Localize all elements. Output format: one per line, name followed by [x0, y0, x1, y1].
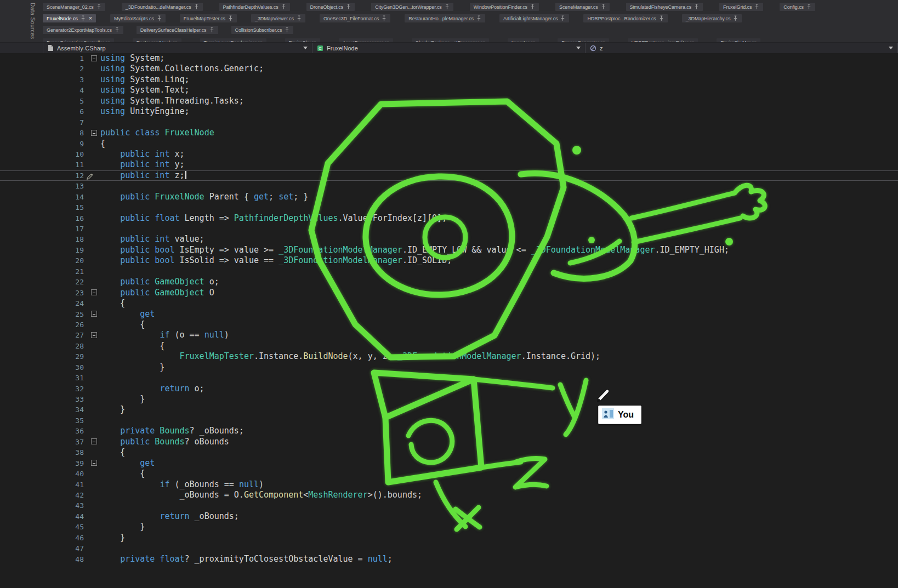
- pin-icon[interactable]: [445, 4, 450, 10]
- code-line-24[interactable]: 24 {: [0, 298, 898, 309]
- code-line-43[interactable]: 43: [0, 500, 898, 511]
- code-line-2[interactable]: 2using System.Collections.Generic;: [0, 64, 898, 74]
- code-line-21[interactable]: 21: [0, 266, 898, 277]
- tab[interactable]: SceneManager.cs: [555, 3, 610, 11]
- pin-icon[interactable]: [806, 4, 811, 10]
- code-line-41[interactable]: 41 if (_oBounds == null): [0, 479, 898, 490]
- tab[interactable]: DroneObject.cs: [306, 3, 355, 11]
- code-line-12[interactable]: 12 public int z;: [0, 170, 898, 181]
- code-line-44[interactable]: 44 return _oBounds;: [0, 511, 898, 522]
- pin-icon[interactable]: [281, 4, 286, 10]
- tab[interactable]: OneSec3D_FileFormat.cs: [320, 14, 390, 22]
- code-line-13[interactable]: 13: [0, 181, 898, 191]
- code-line-34[interactable]: 34 }: [0, 404, 898, 415]
- code-line-22[interactable]: 22 public GameObject o;: [0, 277, 898, 287]
- code-line-7[interactable]: 7: [0, 117, 898, 128]
- pin-icon[interactable]: [96, 4, 101, 10]
- fold-collapse-icon[interactable]: [84, 288, 100, 298]
- code-line-46[interactable]: 46 }: [0, 533, 898, 543]
- tab[interactable]: FruxelMapTester.cs: [180, 14, 237, 22]
- pin-icon[interactable]: [560, 15, 565, 21]
- pin-icon[interactable]: [209, 27, 214, 33]
- code-line-3[interactable]: 3using System.Linq;: [0, 75, 898, 85]
- pin-icon[interactable]: [754, 4, 759, 10]
- pin-icon[interactable]: [601, 4, 606, 10]
- code-line-23[interactable]: 23 public GameObject O: [0, 288, 898, 298]
- code-line-29[interactable]: 29 FruxelMapTester.Instance.BuildNode(x,…: [0, 351, 898, 362]
- code-line-40[interactable]: 40 {: [0, 469, 898, 479]
- code-line-9[interactable]: 9{: [0, 139, 898, 149]
- code-line-38[interactable]: 38 {: [0, 447, 898, 458]
- tab[interactable]: CityGen3DGen...torWrapper.cs: [371, 3, 453, 11]
- code-line-19[interactable]: 19 public bool IsEmpty => value >= _3DFo…: [0, 245, 898, 255]
- code-line-11[interactable]: 11 public int y;: [0, 159, 898, 170]
- code-editor[interactable]: 1using System;2using System.Collections.…: [0, 53, 898, 588]
- pin-icon[interactable]: [157, 15, 162, 21]
- tab[interactable]: _3DFoundatio...delManager.cs: [122, 3, 203, 11]
- fold-collapse-icon[interactable]: [84, 458, 100, 469]
- code-line-31[interactable]: 31: [0, 373, 898, 383]
- tab[interactable]: FruxelNode.cs×: [43, 14, 96, 22]
- pin-icon[interactable]: [346, 4, 351, 10]
- code-line-1[interactable]: 1using System;: [0, 53, 898, 64]
- pin-icon[interactable]: [530, 4, 535, 10]
- code-line-5[interactable]: 5using System.Threading.Tasks;: [0, 96, 898, 106]
- pin-icon[interactable]: [382, 15, 387, 21]
- tab[interactable]: Generator2ExportMapTools.cs: [43, 26, 123, 34]
- pin-icon[interactable]: [228, 15, 233, 21]
- code-line-20[interactable]: 20 public bool IsSolid => value == _3DFo…: [0, 255, 898, 266]
- pin-icon[interactable]: [285, 27, 289, 33]
- tab[interactable]: FruxelGrid.cs: [719, 3, 763, 11]
- tab[interactable]: _3DMapHierarchy.cs: [682, 14, 742, 22]
- code-line-14[interactable]: 14 public FruxelNode Parent { get; set; …: [0, 192, 898, 202]
- code-line-32[interactable]: 32 return o;: [0, 384, 898, 394]
- code-line-37[interactable]: 37 public Bounds? oBounds: [0, 437, 898, 447]
- code-line-39[interactable]: 39 get: [0, 458, 898, 469]
- fold-collapse-icon[interactable]: [84, 128, 100, 138]
- tab[interactable]: MyEditorScripts.cs: [110, 14, 166, 22]
- pin-icon[interactable]: [297, 15, 302, 21]
- fold-collapse-icon[interactable]: [84, 309, 100, 319]
- code-line-27[interactable]: 27 if (o == null): [0, 330, 898, 340]
- pin-icon[interactable]: [694, 4, 699, 10]
- tab[interactable]: ArtificialLightsManager.cs: [499, 14, 569, 22]
- pin-icon[interactable]: [115, 27, 120, 33]
- tab[interactable]: SimulatedFisheyeCamera.cs: [626, 3, 703, 11]
- tab[interactable]: CollisionSubscriber.cs: [231, 26, 294, 34]
- tab[interactable]: Config.cs: [780, 3, 815, 11]
- code-line-26[interactable]: 26 {: [0, 319, 898, 330]
- code-line-42[interactable]: 42 _oBounds = O.GetComponent<MeshRendere…: [0, 490, 898, 500]
- pin-icon[interactable]: [476, 15, 481, 21]
- tab[interactable]: SceneManager_02.cs: [43, 3, 105, 11]
- pin-icon[interactable]: [81, 15, 86, 21]
- type-dropdown[interactable]: C FruxelNode: [312, 43, 586, 53]
- code-line-17[interactable]: 17: [0, 224, 898, 234]
- code-line-6[interactable]: 6using UnityEngine;: [0, 106, 898, 117]
- pin-icon[interactable]: [659, 15, 664, 21]
- project-dropdown[interactable]: Assembly-CSharp: [43, 43, 312, 53]
- code-line-16[interactable]: 16 public float Length => PathfinderDept…: [0, 213, 898, 224]
- code-line-45[interactable]: 45 }: [0, 522, 898, 532]
- pin-icon[interactable]: [733, 15, 738, 21]
- code-line-4[interactable]: 4using System.Text;: [0, 85, 898, 95]
- tab[interactable]: _3DMapViewer.cs: [251, 14, 305, 22]
- tab[interactable]: DeliverySurfaceClassHelper.cs: [137, 26, 218, 34]
- fold-collapse-icon[interactable]: [84, 330, 100, 340]
- code-line-18[interactable]: 18 public int value;: [0, 234, 898, 244]
- tab[interactable]: WindowPositionFinder.cs: [470, 3, 539, 11]
- fold-collapse-icon[interactable]: [84, 437, 100, 447]
- member-dropdown[interactable]: z: [586, 43, 898, 53]
- fold-collapse-icon[interactable]: [84, 53, 100, 64]
- code-line-15[interactable]: 15: [0, 202, 898, 213]
- data-sources-side-tab[interactable]: Data Sources: [30, 3, 36, 39]
- code-line-30[interactable]: 30 }: [0, 362, 898, 373]
- tab[interactable]: HDRPPostproc...Randomizer.cs: [583, 14, 667, 22]
- code-line-33[interactable]: 33 }: [0, 394, 898, 404]
- code-line-10[interactable]: 10 public int x;: [0, 149, 898, 159]
- pin-icon[interactable]: [194, 4, 199, 10]
- tab[interactable]: PathfinderDepthValues.cs: [219, 3, 290, 11]
- code-line-36[interactable]: 36 private Bounds? _oBounds;: [0, 426, 898, 436]
- code-line-28[interactable]: 28 {: [0, 341, 898, 351]
- code-line-35[interactable]: 35: [0, 415, 898, 426]
- code-line-8[interactable]: 8public class FruxelNode: [0, 128, 898, 138]
